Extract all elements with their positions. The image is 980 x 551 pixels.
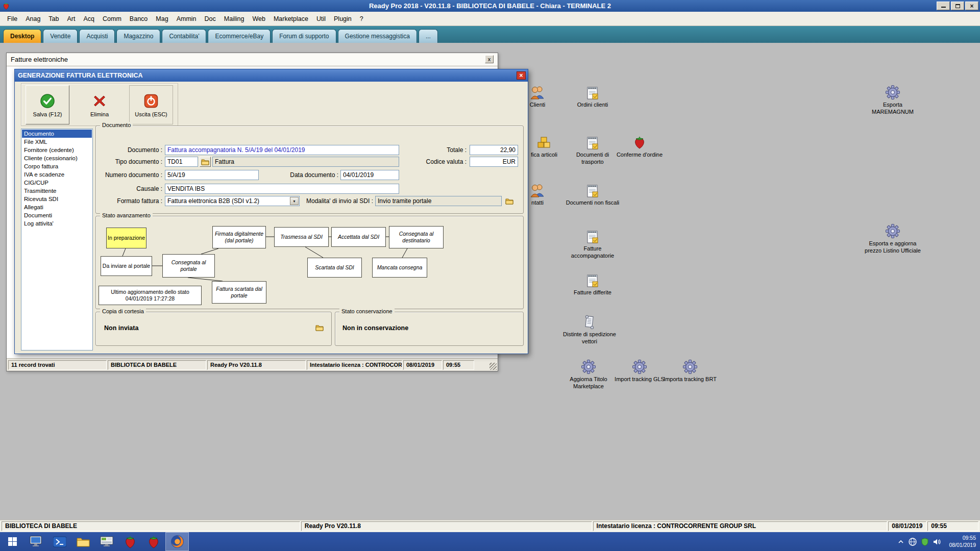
nav-item-cliente-cessionario[interactable]: Cliente (cessionario): [22, 154, 92, 162]
desktop-icon-distinte-di-spedizione-vettori[interactable]: Distinte di spedizione vettori: [561, 313, 618, 345]
menu-item-web[interactable]: Web: [248, 14, 269, 24]
menu-item-mailing[interactable]: Mailing: [220, 14, 249, 24]
menu-item-item[interactable]: ?: [356, 14, 368, 24]
fatture-close-button[interactable]: x: [485, 55, 494, 63]
nav-item-cig-cup[interactable]: CIG/CUP: [22, 179, 92, 187]
desktop-icon-fatture-differite[interactable]: Fatture differite: [565, 271, 621, 296]
fatture-window-titlebar[interactable]: Fatture elettroniche x: [7, 53, 498, 66]
resize-grip[interactable]: [489, 363, 497, 370]
tab-gestione-messaggistica[interactable]: Gestione messaggistica: [338, 29, 417, 43]
close-icon: ×: [970, 3, 973, 10]
start-button[interactable]: [0, 532, 24, 551]
ultimo-aggiornamento-label: Ultimo aggiornamento dello stato: [111, 289, 189, 295]
menu-item-mag[interactable]: Mag: [152, 14, 172, 24]
desktop-icon-ordini-clienti[interactable]: Ordini clienti: [565, 84, 621, 108]
elimina-button[interactable]: Elimina: [78, 85, 121, 124]
salva-button[interactable]: Salva (F12): [26, 85, 69, 124]
taskbar-app-computer[interactable]: [24, 532, 48, 551]
causale-field[interactable]: VENDITA IBS: [165, 184, 399, 194]
group-label: Stato conservazione: [339, 308, 395, 314]
nav-item-ricevuta-sdi[interactable]: Ricevuta SDI: [22, 195, 92, 203]
menu-item-tab[interactable]: Tab: [44, 14, 63, 24]
tab-item[interactable]: ...: [419, 29, 438, 43]
data-documento-field[interactable]: 04/01/2019: [340, 170, 399, 180]
menu-item-doc[interactable]: Doc: [201, 14, 220, 24]
shield-icon[interactable]: [921, 538, 928, 546]
nav-item-iva-e-scadenze[interactable]: IVA e scadenze: [22, 170, 92, 179]
minimize-button[interactable]: [937, 2, 950, 10]
tab-desktop[interactable]: Desktop: [3, 29, 41, 43]
desktop-icon-import-tracking-gls[interactable]: Import tracking GLS: [611, 358, 668, 383]
stato-avanzamento-group: Stato avanzamento In preparazione Da inv…: [95, 216, 524, 309]
tab-acquisti[interactable]: Acquisti: [79, 29, 115, 43]
taskbar-app-monitor[interactable]: [95, 532, 118, 551]
nav-item-trasmittente[interactable]: Trasmittente: [22, 187, 92, 195]
tab-contabilita[interactable]: Contabilita': [162, 29, 206, 43]
status-cell-11-record-trovati: 11 record trovati: [8, 360, 107, 370]
desktop-icon-conferme-d-ordine[interactable]: Conferme d'ordine: [611, 134, 668, 158]
nav-item-corpo-fattura[interactable]: Corpo fattura: [22, 162, 92, 170]
maximize-button[interactable]: [951, 2, 964, 10]
status-cell-09-55: 09:55: [927, 521, 978, 531]
speaker-icon[interactable]: [933, 538, 941, 545]
documento-field[interactable]: Fattura accompagnatoria N. 5/A/19 del 04…: [165, 145, 399, 155]
menu-item-art[interactable]: Art: [63, 14, 80, 24]
menu-item-acq[interactable]: Acq: [80, 14, 99, 24]
menu-item-banco[interactable]: Banco: [126, 14, 152, 24]
desktop-icon-esporta-maremagnum[interactable]: Esporta MAREMAGNUM: [865, 84, 921, 116]
taskbar-clock[interactable]: 09:55 08/01/2019: [946, 535, 976, 548]
titlebar: Ready Pro 2018 - V20.11.8 - BIBLIOTECA D…: [0, 0, 980, 12]
close-button[interactable]: ×: [965, 2, 978, 10]
tab-ecommerce-ebay[interactable]: Ecommerce/eBay: [208, 29, 271, 43]
desktop-icon-fatture-accompagnatorie[interactable]: Fatture accompagnatorie: [565, 228, 621, 260]
numero-documento-field[interactable]: 5/A/19: [165, 170, 259, 180]
desktop-icon-aggiorna-titolo-marketplace[interactable]: Aggiorna Titolo Marketplace: [560, 358, 617, 390]
tipo-documento-field[interactable]: TD01: [165, 157, 198, 167]
tab-magazzino[interactable]: Magazzino: [116, 29, 160, 43]
tipo-documento-label: Tipo documento :: [96, 158, 162, 165]
taskbar-app-firefox[interactable]: [165, 532, 189, 551]
taskbar-app-powershell[interactable]: [48, 532, 71, 551]
menu-item-util[interactable]: Util: [312, 14, 330, 24]
chevron-up-icon[interactable]: [898, 539, 904, 544]
menu-item-plugin[interactable]: Plugin: [330, 14, 356, 24]
tab-forum-di-supporto[interactable]: Forum di supporto: [272, 29, 336, 43]
nav-item-fornitore-cedente[interactable]: Fornitore (cedente): [22, 146, 92, 154]
menu-item-anag[interactable]: Anag: [21, 14, 44, 24]
fatture-statusbar: 11 record trovatiBIBLIOTECA DI BABELERea…: [7, 358, 498, 371]
desktop-icon-documenti-non-fiscali[interactable]: Documenti non fiscali: [565, 182, 621, 206]
nav-item-allegati[interactable]: Allegati: [22, 203, 92, 211]
menu-item-file[interactable]: File: [3, 14, 21, 24]
doc-icon: [565, 84, 621, 101]
status-cell-biblioteca-di-babele: BIBLIOTECA DI BABELE: [2, 521, 300, 531]
scroll-icon: [561, 313, 618, 331]
tab-vendite[interactable]: Vendite: [43, 29, 78, 43]
taskbar-app-strawberry[interactable]: [142, 532, 165, 551]
desktop-icon-importa-tracking-brt[interactable]: Importa tracking BRT: [662, 358, 718, 383]
group-label: Copia di cortesia: [100, 308, 146, 314]
nav-item-file-xml[interactable]: File XML: [22, 138, 92, 146]
tipo-documento-lookup-button[interactable]: [200, 157, 211, 167]
tray-icons-wrap: [898, 538, 941, 546]
nav-item-documento[interactable]: Documento: [22, 130, 92, 138]
menu-item-marketplace[interactable]: Marketplace: [270, 14, 312, 24]
close-icon: ×: [519, 72, 523, 79]
menu-item-comm[interactable]: Comm: [99, 14, 126, 24]
desktop-icon-esporta-e-aggiorna-prezzo-listino-ufficiale[interactable]: Esporta e aggiorna prezzo Listino Uffici…: [865, 222, 921, 255]
nav-item-documenti[interactable]: Documenti: [22, 211, 92, 219]
dialog-titlebar[interactable]: GENERAZIONE FATTURA ELETTRONICA ×: [15, 69, 528, 82]
network-icon[interactable]: [909, 538, 917, 546]
dialog-close-button[interactable]: ×: [517, 71, 526, 80]
taskbar-app-strawberry[interactable]: [118, 532, 142, 551]
uscita-button[interactable]: Uscita (ESC): [129, 85, 173, 124]
desktop-icon-label: Import tracking GLS: [611, 375, 668, 383]
taskbar-app-file-manager[interactable]: [71, 532, 95, 551]
nav-item-log-attivita[interactable]: Log attivita': [22, 219, 92, 228]
fatture-window-title: Fatture elettroniche: [11, 56, 68, 63]
tipo-documento-desc-field: Fattura: [212, 157, 399, 167]
menu-item-ammin[interactable]: Ammin: [173, 14, 201, 24]
copia-cortesia-folder-button[interactable]: [314, 323, 325, 332]
gear-icon: [560, 358, 617, 375]
formato-fattura-select[interactable]: Fattura elettronica B2B (SDI v1.2) ▼: [165, 196, 300, 206]
modalita-invio-folder-button[interactable]: [504, 197, 514, 205]
